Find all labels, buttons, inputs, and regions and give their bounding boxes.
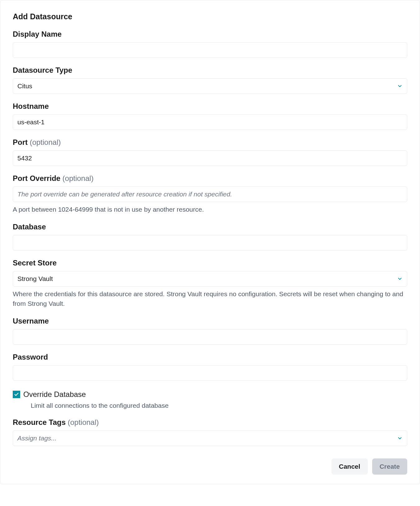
port-override-help: A port between 1024-64999 that is not in…	[13, 205, 407, 214]
resource-tags-group: Resource Tags (optional) Assign tags...	[13, 418, 407, 446]
override-database-checkbox[interactable]	[13, 391, 20, 398]
override-database-label: Override Database	[23, 390, 86, 399]
cancel-button[interactable]: Cancel	[331, 458, 368, 475]
panel-title: Add Datasource	[13, 12, 407, 21]
chevron-down-icon	[397, 276, 403, 282]
hostname-input[interactable]	[13, 114, 407, 130]
resource-tags-label: Resource Tags (optional)	[13, 418, 407, 427]
display-name-group: Display Name	[13, 30, 407, 58]
secret-store-label: Secret Store	[13, 259, 407, 267]
hostname-label: Hostname	[13, 102, 407, 111]
display-name-input[interactable]	[13, 42, 407, 58]
override-database-row: Override Database	[13, 390, 407, 399]
override-database-help: Limit all connections to the configured …	[31, 402, 407, 409]
chevron-down-icon	[397, 435, 403, 441]
username-input[interactable]	[13, 329, 407, 345]
port-group: Port (optional)	[13, 138, 407, 166]
button-row: Cancel Create	[13, 458, 407, 475]
database-label: Database	[13, 223, 407, 231]
chevron-down-icon	[397, 83, 403, 89]
create-button[interactable]: Create	[372, 458, 407, 475]
resource-tags-placeholder: Assign tags...	[17, 435, 57, 442]
password-group: Password	[13, 353, 407, 381]
datasource-type-value: Citus	[17, 82, 32, 90]
port-label: Port (optional)	[13, 138, 407, 147]
database-input[interactable]	[13, 235, 407, 251]
datasource-type-select[interactable]: Citus	[13, 78, 407, 94]
port-input[interactable]	[13, 150, 407, 166]
port-override-group: Port Override (optional) A port between …	[13, 174, 407, 214]
password-input[interactable]	[13, 365, 407, 381]
hostname-group: Hostname	[13, 102, 407, 130]
datasource-type-label: Datasource Type	[13, 66, 407, 75]
port-override-input[interactable]	[13, 186, 407, 202]
secret-store-value: Strong Vault	[17, 275, 53, 283]
display-name-label: Display Name	[13, 30, 407, 39]
secret-store-select[interactable]: Strong Vault	[13, 271, 407, 287]
username-label: Username	[13, 317, 407, 325]
secret-store-help: Where the credentials for this datasourc…	[13, 289, 407, 309]
database-group: Database	[13, 223, 407, 251]
port-override-label: Port Override (optional)	[13, 174, 407, 183]
username-group: Username	[13, 317, 407, 345]
password-label: Password	[13, 353, 407, 361]
resource-tags-select[interactable]: Assign tags...	[13, 430, 407, 446]
add-datasource-panel: Add Datasource Display Name Datasource T…	[0, 0, 420, 484]
secret-store-group: Secret Store Strong Vault Where the cred…	[13, 259, 407, 309]
datasource-type-group: Datasource Type Citus	[13, 66, 407, 94]
